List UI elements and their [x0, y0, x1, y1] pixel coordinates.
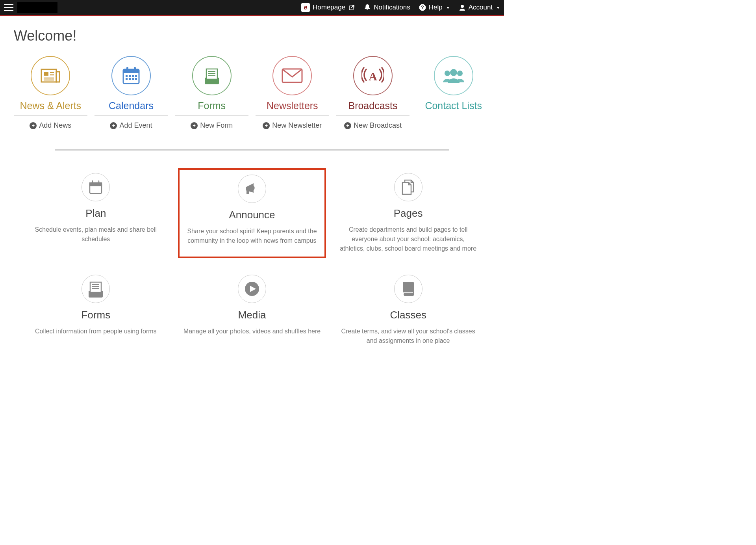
svg-rect-22	[135, 78, 137, 80]
main-content: Welcome! News & Alerts + Add News Calend…	[0, 16, 504, 362]
notifications-link[interactable]: Notifications	[364, 4, 410, 11]
media-icon[interactable]	[238, 275, 266, 303]
broadcast-icon[interactable]: A	[353, 56, 393, 95]
help-icon: ?	[419, 4, 426, 11]
svg-text:?: ?	[421, 5, 424, 10]
feature-card-media: Media Manage all your photos, videos and…	[178, 270, 326, 350]
topbar-left	[4, 2, 57, 13]
feature-title[interactable]: Forms	[26, 309, 165, 321]
nav-card-news-alerts: News & Alerts + Add News	[14, 56, 87, 130]
nav-label[interactable]: Forms	[175, 100, 248, 112]
notifications-label: Notifications	[374, 4, 410, 11]
contacts-icon[interactable]	[434, 56, 473, 95]
svg-point-31	[457, 71, 463, 76]
nav-action-add-event[interactable]: + Add Event	[94, 121, 168, 130]
envelope-icon[interactable]	[272, 56, 312, 95]
nav-action-label: Add Event	[119, 121, 152, 130]
feature-desc: Collect information from people using fo…	[27, 327, 165, 336]
separator	[14, 115, 87, 116]
form-icon[interactable]	[192, 56, 232, 95]
topbar-right: e Homepage Notifications ? Help ▼ Accoun…	[301, 3, 500, 12]
separator	[256, 115, 329, 116]
feature-desc: Share your school spirit! Keep parents a…	[184, 227, 320, 246]
nav-action-label: New Broadcast	[354, 121, 402, 130]
svg-rect-21	[132, 78, 134, 80]
feature-desc: Create terms, and view all your school's…	[339, 327, 477, 346]
classes-icon[interactable]	[394, 275, 422, 303]
plan-icon[interactable]	[82, 173, 110, 201]
logo[interactable]	[17, 2, 57, 13]
menu-icon[interactable]	[4, 4, 13, 11]
app-icon: e	[301, 3, 310, 12]
nav-action-new-newsletter[interactable]: + New Newsletter	[256, 121, 329, 130]
feature-title[interactable]: Classes	[339, 309, 478, 321]
svg-rect-12	[123, 69, 139, 73]
nav-label[interactable]: Broadcasts	[336, 100, 410, 112]
announce-icon[interactable]	[238, 175, 266, 203]
feature-grid: Plan Schedule events, plan meals and sha…	[22, 168, 482, 350]
svg-rect-16	[129, 75, 131, 77]
svg-rect-15	[126, 75, 128, 77]
svg-rect-35	[90, 282, 101, 292]
svg-point-29	[450, 69, 457, 76]
nav-card-contact-lists: Contact Lists	[417, 56, 490, 130]
plus-icon: +	[191, 122, 198, 129]
nav-card-calendars: Calendars + Add Event	[94, 56, 168, 130]
divider	[55, 149, 449, 151]
bell-icon	[364, 4, 371, 11]
svg-rect-6	[44, 72, 48, 76]
nav-action-new-form[interactable]: + New Form	[175, 121, 248, 130]
svg-point-3	[461, 5, 464, 8]
separator	[336, 115, 410, 116]
homepage-label: Homepage	[313, 4, 345, 11]
feature-title[interactable]: Media	[183, 309, 322, 321]
separator	[94, 115, 168, 116]
svg-rect-34	[246, 190, 249, 194]
nav-action-add-news[interactable]: + Add News	[14, 121, 87, 130]
nav-grid: News & Alerts + Add News Calendars + Add…	[14, 56, 490, 130]
svg-rect-14	[134, 67, 136, 71]
nav-card-broadcasts: A Broadcasts + New Broadcast	[336, 56, 410, 130]
nav-action-label: New Form	[200, 121, 233, 130]
homepage-link[interactable]: e Homepage	[301, 3, 355, 12]
calendar-icon[interactable]	[111, 56, 151, 95]
form-gray-icon[interactable]	[82, 275, 110, 303]
svg-point-30	[445, 71, 450, 76]
account-link[interactable]: Account ▼	[459, 4, 500, 11]
news-icon[interactable]	[31, 56, 70, 95]
plus-icon: +	[110, 122, 117, 129]
nav-action-new-broadcast[interactable]: + New Broadcast	[336, 121, 410, 130]
chevron-down-icon: ▼	[496, 6, 500, 10]
feature-desc: Create departments and build pages to te…	[339, 225, 477, 253]
nav-card-newsletters: Newsletters + New Newsletter	[256, 56, 329, 130]
nav-label[interactable]: Newsletters	[256, 100, 329, 112]
feature-card-forms: Forms Collect information from people us…	[22, 270, 170, 350]
pages-icon[interactable]	[394, 173, 422, 201]
svg-rect-19	[126, 78, 128, 80]
feature-title[interactable]: Plan	[26, 207, 165, 219]
feature-card-pages: Pages Create departments and build pages…	[334, 168, 482, 258]
feature-card-plan: Plan Schedule events, plan meals and sha…	[22, 168, 170, 258]
user-icon	[459, 4, 466, 11]
nav-label[interactable]: Contact Lists	[417, 100, 490, 112]
svg-rect-20	[129, 78, 131, 80]
svg-rect-13	[126, 67, 128, 71]
svg-rect-5	[56, 72, 59, 82]
feature-title[interactable]: Pages	[339, 207, 478, 219]
feature-title[interactable]: Announce	[184, 209, 320, 221]
separator	[175, 115, 248, 116]
help-label: Help	[429, 4, 443, 11]
page-title: Welcome!	[14, 28, 490, 44]
help-link[interactable]: ? Help ▼	[419, 4, 450, 11]
feature-desc: Manage all your photos, videos and shuff…	[183, 327, 321, 336]
nav-label[interactable]: News & Alerts	[14, 100, 87, 112]
nav-action-label: New Newsletter	[272, 121, 322, 130]
nav-action-label: Add News	[39, 121, 71, 130]
feature-card-announce: Announce Share your school spirit! Keep …	[178, 168, 326, 258]
feature-card-classes: Classes Create terms, and view all your …	[334, 270, 482, 350]
nav-label[interactable]: Calendars	[94, 100, 168, 112]
external-link-icon	[348, 4, 355, 11]
plus-icon: +	[263, 122, 270, 129]
svg-rect-23	[206, 69, 217, 79]
account-label: Account	[469, 4, 493, 11]
